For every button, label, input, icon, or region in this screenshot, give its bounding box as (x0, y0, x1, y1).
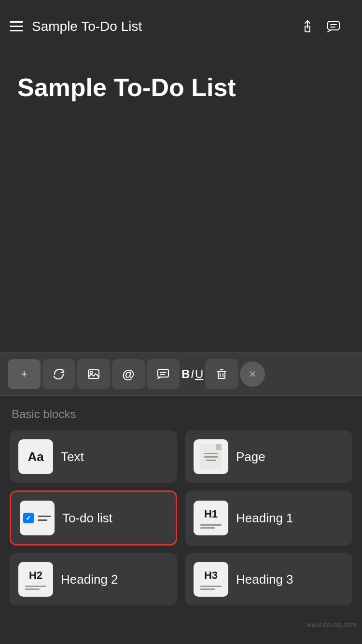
blocks-section-label: Basic blocks (10, 407, 352, 421)
nav-left: Sample To-Do List (10, 19, 142, 34)
block-todo-label: To-do list (62, 511, 112, 526)
block-heading3[interactable]: H3 Heading 3 (185, 553, 352, 605)
block-text-label: Text (61, 449, 84, 464)
svg-rect-15 (218, 372, 225, 378)
nav-right (300, 19, 352, 34)
block-page-label: Page (236, 449, 265, 464)
block-heading2-icon: H2 (18, 562, 53, 597)
block-todo[interactable]: To-do list (10, 490, 177, 546)
svg-rect-11 (158, 369, 168, 377)
document-title: Sample To-Do List (17, 72, 345, 102)
svg-point-10 (90, 372, 93, 374)
blocks-section: Basic blocks Aa Text Page (0, 396, 362, 617)
bold-label: B (181, 367, 190, 381)
mention-button[interactable]: @ (112, 359, 145, 389)
block-heading2-label: Heading 2 (61, 572, 118, 587)
comment-block-button[interactable] (147, 359, 180, 389)
block-heading3-icon: H3 (194, 562, 228, 597)
bold-italic-underline-button[interactable]: B I U (181, 359, 203, 389)
block-text[interactable]: Aa Text (10, 431, 177, 483)
block-heading1-icon: H1 (194, 501, 228, 535)
close-icon: ✕ (249, 368, 257, 380)
nav-bar: Sample To-Do List (0, 0, 362, 53)
document-area[interactable]: Sample To-Do List (0, 53, 362, 352)
block-heading3-label: Heading 3 (236, 572, 293, 587)
formatting-toolbar: + @ B I U (0, 352, 362, 396)
nav-title: Sample To-Do List (32, 19, 142, 34)
add-block-button[interactable]: + (8, 359, 41, 389)
block-heading2[interactable]: H2 Heading 2 (10, 553, 177, 605)
italic-label: I (191, 367, 194, 381)
share-button[interactable] (300, 19, 315, 34)
delete-button[interactable] (205, 359, 238, 389)
svg-rect-9 (88, 370, 99, 378)
image-button[interactable] (77, 359, 110, 389)
block-page-icon (194, 439, 228, 474)
rotate-button[interactable] (42, 359, 75, 389)
svg-rect-2 (328, 21, 339, 30)
underline-label: U (195, 367, 203, 381)
close-toolbar-button[interactable]: ✕ (240, 362, 265, 387)
block-page[interactable]: Page (185, 431, 352, 483)
comment-button[interactable] (326, 19, 341, 34)
block-todo-icon (20, 501, 55, 535)
blocks-grid: Aa Text Page (10, 431, 352, 605)
block-text-icon: Aa (18, 439, 53, 474)
block-heading1-label: Heading 1 (236, 511, 293, 526)
menu-button[interactable] (10, 21, 23, 31)
block-heading1[interactable]: H1 Heading 1 (185, 490, 352, 546)
watermark: www.deuaq.com (0, 617, 362, 632)
at-icon: @ (122, 367, 134, 382)
